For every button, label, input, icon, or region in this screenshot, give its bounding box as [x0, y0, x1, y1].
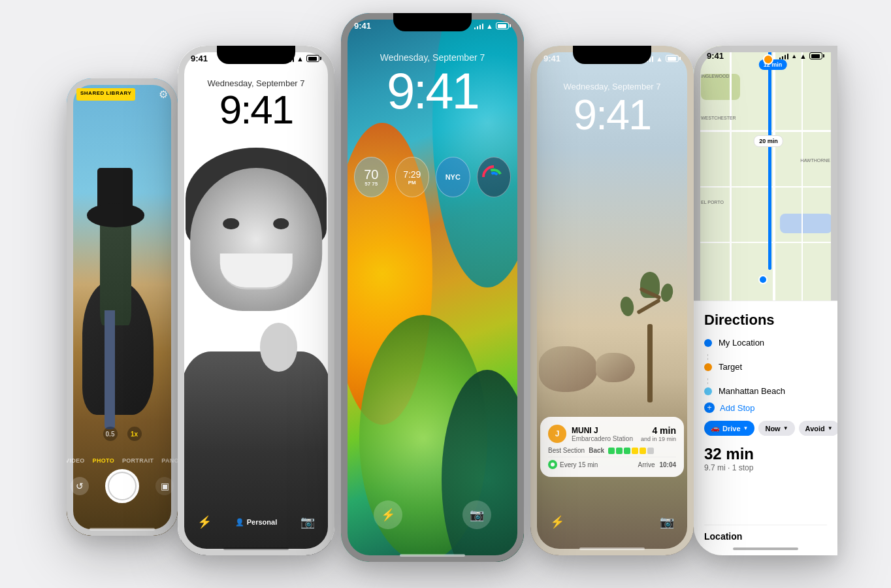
battery-icon-2: [306, 55, 321, 62]
camera-icon-3[interactable]: 📷: [462, 500, 491, 529]
sb3: [479, 25, 481, 29]
seat-yellow-1: [632, 448, 638, 454]
seat-green-3: [624, 448, 630, 454]
arrive-label: Arrive: [638, 461, 655, 468]
status-time-2: 9:41: [191, 54, 208, 63]
boulder-1: [539, 346, 598, 392]
freq-dot-icon: [548, 460, 557, 469]
now-label: Now: [765, 425, 780, 433]
road-h2: [694, 186, 837, 188]
now-button[interactable]: Now ▼: [758, 421, 794, 436]
camera-icon-4[interactable]: 📷: [660, 515, 674, 529]
person-icon: 👤: [235, 518, 244, 527]
phone-lockscreen-color: 9:41 ▲: [341, 13, 524, 562]
activity-rings: [482, 165, 506, 189]
last-photo-button[interactable]: ▣: [155, 477, 174, 495]
battery-icon-5: [809, 52, 824, 59]
mode-photo[interactable]: PHOTO: [93, 457, 114, 464]
notch-4: [573, 46, 651, 64]
car-icon: 🚗: [711, 424, 720, 433]
home-indicator-5: [733, 547, 798, 550]
blue-pin: [758, 275, 768, 284]
status-bar-5: 9:41 ▲ ▲: [707, 51, 824, 61]
transit-frequency: Every 15 min: [548, 460, 598, 469]
person-silhouette: [178, 148, 334, 555]
transit-route-name: MUNI J: [572, 426, 636, 435]
zoom-1x-button[interactable]: 1x: [127, 427, 142, 441]
direction-manhattan-beach: Manhattan Beach: [704, 386, 827, 396]
phone-3-day: Wednesday, September 7: [341, 52, 524, 63]
smile: [220, 253, 293, 289]
phone-4-day: Wednesday, September 7: [530, 82, 694, 91]
drive-chevron: ▼: [743, 425, 749, 431]
widget-activity: [477, 157, 511, 197]
sb4: [482, 24, 484, 29]
status-icons-3: ▲: [474, 22, 511, 30]
transit-mins: 4 min: [641, 425, 676, 436]
transit-station-name: Embarcadero Station: [572, 435, 636, 442]
now-chevron: ▼: [783, 425, 788, 431]
eye-left: [223, 218, 239, 229]
wifi-icon-3: ▲: [486, 22, 493, 30]
temp-range: 57 75: [364, 181, 378, 187]
flashlight-icon-4[interactable]: ⚡: [550, 515, 564, 529]
water-area: [780, 214, 832, 233]
my-location-dot: [704, 339, 712, 347]
notch-3: [393, 13, 472, 31]
home-indicator: [89, 528, 155, 531]
phone-3-date-area: Wednesday, September 7 9:41: [341, 52, 524, 116]
label-hawthorne: HAWTHORNE: [800, 158, 830, 163]
settings-icon[interactable]: ⚙: [159, 88, 168, 101]
home-indicator-3: [400, 554, 465, 557]
manhattan-beach-dot: [704, 387, 712, 395]
camera-icon-2[interactable]: 📷: [300, 515, 315, 529]
phone-lockscreen-bw: 9:41 ▲: [178, 46, 334, 555]
target-dot: [704, 363, 712, 371]
zoom-controls: 0.5 1x: [67, 427, 178, 441]
freq-text: Every 15 min: [560, 461, 598, 468]
camera-mode-bar: VIDEO PHOTO PORTRAIT PANO: [67, 457, 178, 464]
seat-green-2: [616, 448, 623, 454]
home-indicator-2: [223, 547, 289, 550]
avoid-button[interactable]: Avoid ▼: [799, 421, 837, 436]
flashlight-icon-2[interactable]: ⚡: [197, 515, 212, 529]
flashlight-icon-3[interactable]: ⚡: [374, 500, 402, 529]
seat-yellow-2: [640, 448, 646, 454]
widgets-row: 70 57 75 7:29 PM NYC: [341, 157, 524, 197]
phone-camera: SHARED LIBRARY ⚙ 0.5 1x: [67, 78, 178, 536]
shutter-button[interactable]: [105, 469, 139, 503]
drive-label: Drive: [722, 425, 741, 433]
camera-viewfinder: SHARED LIBRARY ⚙ 0.5 1x: [67, 78, 178, 536]
location-label: Location: [704, 531, 742, 542]
phone-3-time: 9:41: [341, 65, 524, 116]
signal-icon-5: [779, 53, 789, 59]
map-label: NYC: [446, 173, 461, 181]
branch-1: [636, 298, 661, 314]
zoom-0.5-button[interactable]: 0.5: [103, 427, 118, 441]
arrive-time: 10:04: [659, 461, 676, 468]
tree-trunk: [647, 324, 653, 402]
phone-3-bg: 9:41 ▲: [341, 13, 524, 562]
widget-clock: 7:29 PM: [395, 157, 430, 197]
add-stop-button[interactable]: + Add Stop: [704, 402, 827, 413]
lock-bottom-icons-2: ⚡ 👤 Personal 📷: [178, 515, 334, 529]
lock-screen-2-date: Wednesday, September 7 9:41: [178, 78, 334, 130]
route-summary: 32 min 9.7 mi · 1 stop: [704, 445, 827, 472]
transit-arrive: Arrive 10:04: [638, 461, 676, 468]
add-stop-icon: +: [704, 402, 715, 413]
mode-video[interactable]: VIDEO: [67, 457, 85, 464]
shared-library-badge: SHARED LIBRARY: [76, 88, 135, 101]
wifi-icon-5: ▲: [800, 52, 807, 60]
transit-time-right: 4 min and in 19 min: [641, 425, 676, 442]
drive-button[interactable]: 🚗 Drive ▼: [704, 421, 754, 436]
status-icons-5: ▲ ▲: [779, 52, 824, 60]
mode-pano[interactable]: PANO: [161, 457, 178, 464]
mode-portrait[interactable]: PORTRAIT: [122, 457, 154, 464]
phone-4-bottom-icons: ⚡ 📷: [530, 515, 694, 529]
flip-camera-button[interactable]: ↺: [71, 477, 89, 495]
phone-3-bottom-icons: ⚡ 📷: [341, 500, 524, 529]
notch-2: [217, 46, 295, 64]
transit-widget: J MUNI J Embarcadero Station 4 min and i…: [540, 417, 684, 477]
phone-4-bg: 9:41 ▲: [530, 46, 694, 555]
wifi-icon-2: ▲: [297, 55, 304, 63]
